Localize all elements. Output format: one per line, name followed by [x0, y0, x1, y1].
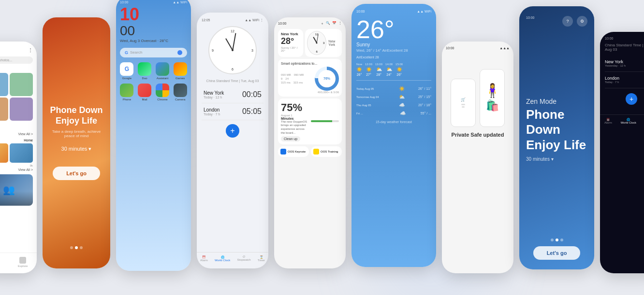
app-chrome[interactable]: Chrome: [156, 84, 170, 101]
keynote-1-icon: [280, 149, 286, 155]
clock-minute-hand: [232, 33, 236, 50]
control-cal-icon[interactable]: 📅: [332, 21, 337, 26]
wclock-row-london: London Today · 7 h 02:: [605, 72, 644, 88]
app-games[interactable]: Games: [173, 62, 187, 80]
google-label: Google: [120, 77, 134, 80]
wclock-add-btn[interactable]: +: [626, 93, 637, 105]
assistant-icon: [156, 62, 169, 76]
wclock-tab-worldclock[interactable]: 🌐World Clock: [621, 118, 636, 124]
wclock-london-city: London: [605, 76, 619, 81]
storage-widget: Smart optimizations to... 090 MB 090 MB …: [278, 59, 342, 97]
games-label: Games: [173, 77, 187, 80]
zenblue-btn[interactable]: Let's go: [533, 246, 581, 260]
zenblue-dots: [526, 239, 587, 241]
launcher-app-grid: G Google Duo Assistant Games Phone: [120, 62, 187, 101]
photos-view-all-2[interactable]: View All >: [0, 168, 33, 171]
zen-content: Phone DownEnjoy Life Take a deep breath,…: [43, 17, 110, 268]
clean-btn[interactable]: Clean up: [281, 136, 300, 141]
phone-photos: ▲▲ WiFi ⋮ In your photos... Places Place…: [0, 42, 37, 273]
weather-hour-13: 13:00 ⛅ 28°: [375, 63, 382, 76]
weather-hour-now: Now ☀️ 26°: [356, 63, 362, 76]
weather-air-quality: AirExcellent 28: [356, 56, 431, 59]
zenblue-timer[interactable]: 30 minutes ▾: [526, 156, 554, 162]
zen-dot-2: [75, 246, 78, 249]
mini-clock-city: New York: [328, 40, 340, 46]
keynote-row: OOS Keynote OOS Training: [278, 146, 342, 157]
clock-tab-stopwatch[interactable]: ⏱Stopwatch: [237, 255, 250, 262]
keynote-2[interactable]: OOS Training: [311, 146, 342, 157]
control-add-icon[interactable]: ＋: [321, 21, 324, 26]
keynote-1[interactable]: OOS Keynote: [278, 146, 309, 157]
analog-clock: 12 3 6 9: [208, 26, 257, 74]
photos-places-label: Places: [0, 67, 33, 71]
widget-temp: 28°: [281, 36, 300, 46]
duo-icon: [138, 62, 151, 76]
zenblue-icon-1[interactable]: ?: [562, 16, 573, 27]
safe-time: 10:00: [446, 46, 454, 50]
zen-dot-3: [80, 246, 83, 249]
clock-tab-worldclock[interactable]: 🌐World Clock: [215, 255, 230, 262]
app-duo[interactable]: Duo: [138, 62, 152, 80]
launcher-search[interactable]: G Search: [120, 48, 187, 57]
wclock-content: 10:00 ▲▲ WiFi China Standard Time | Tue,…: [600, 32, 644, 114]
wclock-london-detail: Today · 7 h: [605, 81, 619, 84]
games-icon: [174, 62, 187, 76]
weather-hour-12: 12:00 ☀️ 27°: [365, 63, 372, 76]
app-phone[interactable]: Phone: [120, 84, 134, 101]
weather-forecast-link[interactable]: 15-day weather forecast: [356, 120, 431, 124]
wc-newyork-time: 00:05: [242, 90, 262, 99]
zen-btn[interactable]: Let's go: [53, 167, 100, 180]
clock-status: 12:05 ▲▲ WiFi ⋮: [202, 18, 263, 22]
clock-tab-timer[interactable]: ⌛Timer: [258, 255, 265, 262]
battery-info: 75% August 1 Minutes The new OxygenOS br…: [281, 101, 309, 141]
weather-widget: New York 28° Sunny / 20° / 20°: [278, 29, 303, 57]
zen-title: Phone DownEnjoy Life: [50, 105, 103, 126]
wclock-time: 10:00: [605, 37, 614, 40]
zenblue-mode-label: Zen Mode: [526, 98, 556, 105]
wclock-tab-alarm[interactable]: ⏰Alarm: [604, 118, 612, 124]
storage-details: 090 MB 090 MB 9 24 315 ms 315 ms: [281, 73, 313, 84]
clock-6: 6: [232, 68, 234, 71]
wclock-status: 10:00 ▲▲ WiFi: [605, 37, 644, 40]
mini-clock-12: 12: [315, 33, 319, 36]
app-google[interactable]: G Google: [120, 62, 134, 80]
clock-3: 3: [251, 48, 253, 52]
donut-inner: 76%: [318, 70, 336, 87]
control-time: 10:00: [278, 22, 287, 25]
clock-tab-alarm[interactable]: ⏰Alarm: [200, 255, 208, 262]
app-assistant[interactable]: Assistant: [156, 62, 170, 80]
zenblue-content: 10:00 ? ⚙ Zen Mode Phone DownEnjoy Life …: [519, 6, 594, 269]
weather-day-fri: Fri ... ☁️ 55° / ...: [356, 109, 431, 117]
photo-thumb-2[interactable]: [10, 73, 33, 96]
wclock-ny-city: New York: [605, 59, 626, 64]
control-search-icon[interactable]: 🔍: [326, 21, 330, 26]
phone-zenblue: 10:00 ? ⚙ Zen Mode Phone DownEnjoy Life …: [519, 6, 594, 269]
clock-add-btn[interactable]: +: [226, 124, 239, 138]
photos-menu[interactable]: ⋮: [28, 47, 33, 53]
weather-daily-forecast: Today Aug 05 ☀️ 26° / 11° Tomorrow Aug 0…: [356, 84, 431, 117]
control-menu-icon[interactable]: ⋮: [338, 21, 342, 26]
zenblue-icon-2[interactable]: ⚙: [577, 16, 587, 27]
photo-thumb-1[interactable]: [0, 73, 8, 96]
photos-big-image[interactable]: 👥: [0, 174, 33, 206]
zen-timer[interactable]: 30 minutes ▾: [61, 146, 92, 152]
battery-section-text: The new OxygenOS brings an upgraded expe…: [281, 120, 309, 135]
safe-label: Private Safe updated: [446, 132, 510, 138]
control-top-widgets: New York 28° Sunny / 20° / 20° 12 3 6 Ne…: [278, 29, 342, 57]
photos-tab-explore[interactable]: Explore: [18, 257, 28, 267]
mini-clock-3: 3: [323, 42, 324, 44]
photos-search-bar[interactable]: In your photos...: [0, 56, 33, 64]
storage-row: 090 MB 090 MB 9 24 315 ms 315 ms: [281, 67, 339, 91]
photos-view-all-1[interactable]: View All >: [0, 132, 33, 136]
clock-timezone-label: China Standard Time | Tue, Aug 03: [202, 79, 263, 83]
photo-thumb-4[interactable]: [10, 98, 33, 121]
photo-home-thumb[interactable]: [10, 143, 33, 163]
mini-clock-center: [316, 42, 318, 43]
app-camera[interactable]: Camera: [173, 84, 187, 101]
wclock-london-info: London Today · 7 h: [605, 76, 619, 84]
safe-person-icon: 🧍‍♀️: [484, 84, 501, 98]
keynote-1-label: OOS Keynote: [288, 150, 306, 153]
photo-food-thumb[interactable]: [0, 143, 8, 163]
photo-thumb-3[interactable]: [0, 98, 8, 121]
app-mail[interactable]: Mail: [138, 84, 152, 101]
